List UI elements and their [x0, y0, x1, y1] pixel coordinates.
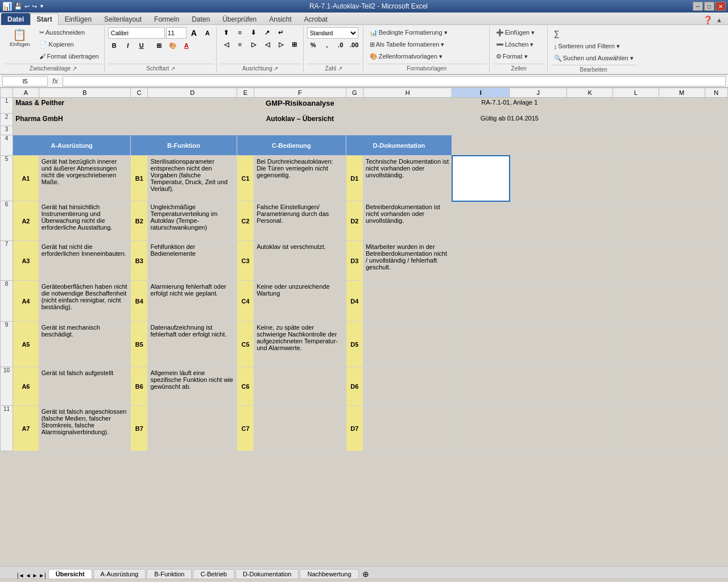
cell-E5-label[interactable]: C1 [237, 156, 254, 201]
cell-L11[interactable] [613, 406, 659, 451]
cell-styles-button[interactable]: 🎨 Zellenformatvorlagen ▾ [367, 51, 445, 62]
cell-C7-label[interactable]: B3 [131, 241, 148, 281]
cell-H7[interactable]: Mitarbeiter wurden in der Betreiberdokum… [363, 241, 452, 281]
col-header-K[interactable]: K [567, 88, 613, 98]
cell-reference-box[interactable] [2, 76, 48, 86]
cell-A10-label[interactable]: A6 [13, 367, 39, 406]
cell-I4[interactable] [452, 135, 510, 156]
cell-M10[interactable] [659, 367, 705, 406]
cell-F7[interactable]: Autoklav ist verschmutzt. [254, 241, 346, 281]
col-header-G[interactable]: G [346, 88, 363, 98]
cell-B8[interactable]: Geräteoberflächen haben nicht die notwen… [39, 281, 131, 322]
col-header-A[interactable]: A [13, 88, 39, 98]
cell-N5[interactable] [705, 156, 728, 201]
cell-E1[interactable] [237, 98, 254, 114]
header-C-bedienung[interactable]: C-Bedienung [237, 135, 346, 156]
cell-D3[interactable] [148, 126, 237, 135]
align-right-button[interactable]: ▷ [247, 39, 260, 49]
delete-cells-button[interactable]: ➖ Löschen ▾ [493, 39, 537, 50]
cell-H10[interactable] [363, 367, 452, 406]
tab-ueberpruefen[interactable]: Überprüfen [216, 13, 263, 25]
cell-F2[interactable]: Autoklav – Übersicht [254, 114, 346, 126]
col-header-I[interactable]: I [452, 88, 510, 98]
cell-A11-label[interactable]: A7 [13, 406, 39, 451]
cell-F9[interactable]: Keine, zu späte oder schwierige Nachkont… [254, 322, 346, 367]
cut-button[interactable]: ✂ Ausschneiden [36, 27, 102, 38]
sheet-tab-c-betrieb[interactable]: C-Betrieb [193, 569, 234, 579]
cell-H2[interactable] [363, 114, 452, 126]
tab-daten[interactable]: Daten [185, 13, 216, 25]
cell-K11[interactable] [567, 406, 613, 451]
tab-acrobat[interactable]: Acrobat [298, 13, 334, 25]
cell-G6-label[interactable]: D2 [346, 201, 363, 241]
cell-K4[interactable] [567, 135, 613, 156]
cell-N9[interactable] [705, 322, 728, 367]
cell-I2[interactable]: Gültig ab 01.04.2015 [452, 114, 567, 126]
merge-button[interactable]: ⊞ [288, 39, 301, 49]
help-icon[interactable]: ❓ [703, 15, 713, 24]
cell-H6[interactable]: Betreiberdokumentation ist nicht vorhand… [363, 201, 452, 241]
cell-G5-label[interactable]: D1 [346, 156, 363, 201]
align-center-button[interactable]: ≡ [234, 39, 246, 49]
cell-K1[interactable] [567, 98, 613, 114]
cell-K9[interactable] [567, 322, 613, 367]
tab-ansicht[interactable]: Ansicht [263, 13, 297, 25]
cell-L7[interactable] [613, 241, 659, 281]
cell-G7-label[interactable]: D3 [346, 241, 363, 281]
insert-cells-button[interactable]: ➕ Einfügen ▾ [493, 27, 537, 38]
cell-K8[interactable] [567, 281, 613, 322]
cell-J3[interactable] [510, 126, 567, 135]
cell-D8[interactable]: Alarmierung fehlerhaft oder erfolgt nich… [148, 281, 237, 322]
cell-B11[interactable]: Gerät ist falsch angeschlossen (falsche … [39, 406, 131, 451]
quick-undo[interactable]: ↩ [24, 3, 30, 10]
font-color-button[interactable]: A [180, 40, 193, 51]
grid-scroll-area[interactable]: A B C D E F G H I J K L M N [0, 88, 728, 566]
col-header-J[interactable]: J [510, 88, 567, 98]
cell-H3[interactable] [363, 126, 452, 135]
cell-N2[interactable] [705, 114, 728, 126]
cell-A3[interactable] [13, 126, 39, 135]
header-B-funktion[interactable]: B-Funktion [131, 135, 237, 156]
cell-B5[interactable]: Gerät hat bezüglich innerer und äußerer … [39, 156, 131, 201]
cell-F10[interactable] [254, 367, 346, 406]
cell-B3[interactable] [39, 126, 131, 135]
cell-F1[interactable]: GMP-Risikoanalyse [254, 98, 346, 114]
close-button[interactable]: ✕ [715, 2, 726, 11]
cell-B9[interactable]: Gerät ist mechanisch beschädigt. [39, 322, 131, 367]
cell-H11[interactable] [363, 406, 452, 451]
cell-M11[interactable] [659, 406, 705, 451]
cell-A9-label[interactable]: A5 [13, 322, 39, 367]
wrap-text-button[interactable]: ↵ [275, 27, 287, 38]
cell-J4[interactable] [510, 135, 567, 156]
cell-M8[interactable] [659, 281, 705, 322]
italic-button[interactable]: I [122, 40, 134, 51]
cell-N8[interactable] [705, 281, 728, 322]
cell-L1[interactable] [613, 98, 659, 114]
cell-L4[interactable] [613, 135, 659, 156]
underline-button[interactable]: U [135, 40, 148, 51]
cell-E7-label[interactable]: C3 [237, 241, 254, 281]
col-header-F[interactable]: F [254, 88, 346, 98]
col-header-M[interactable]: M [659, 88, 705, 98]
cell-K5[interactable] [567, 156, 613, 201]
cell-J5[interactable] [510, 156, 567, 201]
percent-button[interactable]: % [307, 40, 320, 50]
cell-I1[interactable]: RA-7.1-01, Anlage 1 [452, 98, 567, 114]
find-select-button[interactable]: 🔍 Suchen und Auswählen ▾ [551, 53, 636, 64]
cell-D1[interactable] [148, 98, 237, 114]
cell-E8-label[interactable]: C4 [237, 281, 254, 322]
decrease-indent-button[interactable]: ◁ [261, 39, 274, 49]
cell-A7-label[interactable]: A3 [13, 241, 39, 281]
cell-J9[interactable] [510, 322, 567, 367]
cell-F8[interactable]: Keine oder unzureichende Wartung [254, 281, 346, 322]
cell-D11[interactable] [148, 406, 237, 451]
cell-M6[interactable] [659, 201, 705, 241]
cell-K7[interactable] [567, 241, 613, 281]
cell-I6[interactable] [452, 201, 510, 241]
cell-G1[interactable] [346, 98, 363, 114]
align-left-button[interactable]: ◁ [220, 39, 233, 49]
fill-color-button[interactable]: 🎨 [167, 40, 179, 51]
cell-C6-label[interactable]: B2 [131, 201, 148, 241]
cell-H9[interactable] [363, 322, 452, 367]
cell-N11[interactable] [705, 406, 728, 451]
